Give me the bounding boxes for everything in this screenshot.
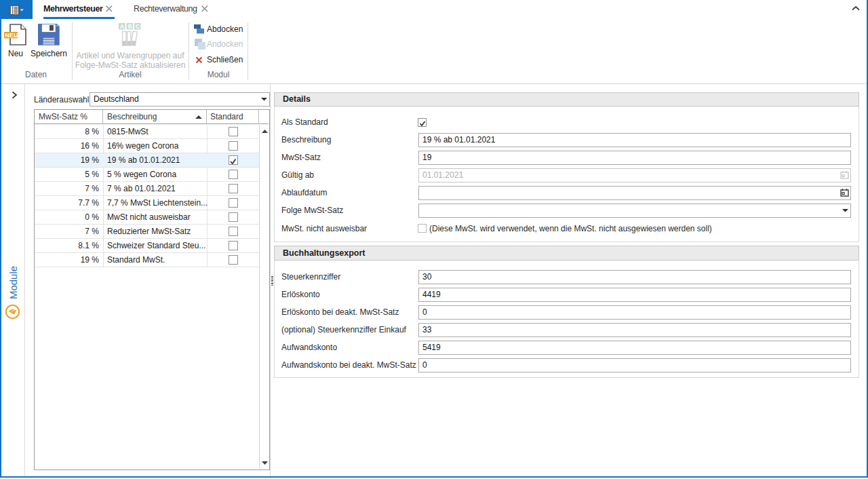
svg-text:B: B [127,23,132,30]
svg-text:NEU: NEU [5,32,18,39]
svg-text:C: C [136,23,140,30]
svg-text:A: A [120,23,125,30]
